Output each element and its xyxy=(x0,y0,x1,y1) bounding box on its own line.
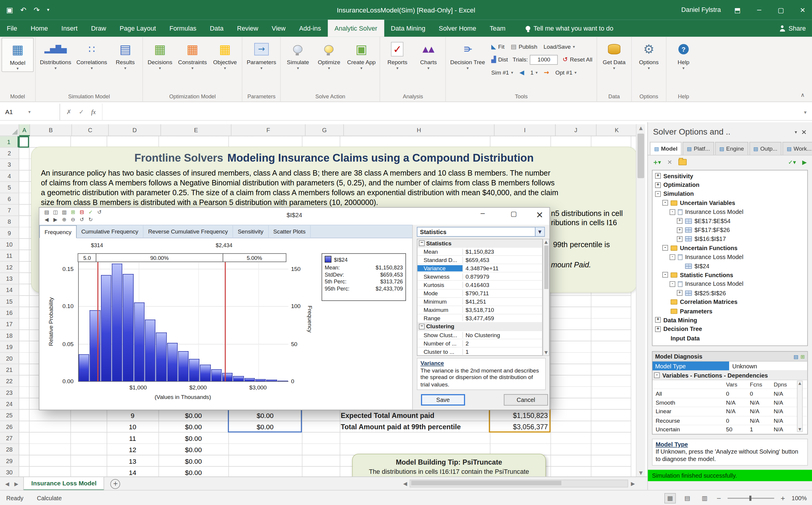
statistics-scrollbar[interactable]: ▲ ▼ xyxy=(543,239,550,356)
row-header[interactable]: 19 xyxy=(0,341,19,353)
tree-item[interactable]: Input Data xyxy=(652,334,807,342)
row-header[interactable]: 29 xyxy=(0,455,19,467)
diagnosis-scrollbar[interactable]: ▲ ▼ xyxy=(797,381,803,432)
collapse-ribbon-icon[interactable]: ∧ xyxy=(800,92,805,99)
cell-value[interactable]: 9 xyxy=(107,409,158,421)
tree-item[interactable]: Parameters xyxy=(652,307,807,316)
dialog-close-icon[interactable]: ✕ xyxy=(534,210,545,220)
expected-total-label[interactable]: Expected Total Amount paid xyxy=(341,409,490,421)
ribbon-tab[interactable]: Add-ins xyxy=(292,20,328,37)
tree-item[interactable]: $E$17:$E$54 xyxy=(652,216,807,225)
ribbon-tab[interactable]: Page Layout xyxy=(113,20,163,37)
sheet-tab-active[interactable]: Insurance Loss Model xyxy=(23,477,104,490)
dependency-row[interactable]: Uncertain 50 1 N/A xyxy=(652,425,807,434)
name-box[interactable]: A1 ▾ xyxy=(0,104,60,120)
sim-run-selector[interactable]: Sim #1▾ xyxy=(490,69,515,76)
tree-item[interactable]: Insurance Loss Model xyxy=(652,252,807,262)
cell-value[interactable]: 10 xyxy=(107,421,158,433)
page-layout-view-icon[interactable]: ▤ xyxy=(682,493,693,503)
minimize-icon[interactable]: ─ xyxy=(754,6,765,14)
optimize-button[interactable]: Optimize ▾ xyxy=(313,38,345,71)
tree-item[interactable]: Simulation xyxy=(652,189,807,198)
ribbon-tab[interactable]: Review xyxy=(230,20,265,37)
row-header[interactable]: 13 xyxy=(0,273,19,284)
dialog-maximize-icon[interactable]: ▢ xyxy=(508,210,519,217)
active-cell-a1[interactable] xyxy=(19,136,29,148)
next-sheet-icon[interactable]: ▶ xyxy=(14,481,18,487)
tree-expander-icon[interactable] xyxy=(669,281,675,287)
ribbon-tab[interactable]: View xyxy=(265,20,292,37)
cancel-button[interactable]: Cancel xyxy=(504,394,548,405)
scroll-down-icon[interactable]: ▼ xyxy=(543,350,549,355)
fit-button[interactable]: ◣Fit xyxy=(490,42,506,51)
panel-dropdown-caret-icon[interactable]: ▾ xyxy=(795,130,797,135)
statistics-row[interactable]: − Maximum $3,518,710 xyxy=(417,306,542,314)
row-header[interactable]: 11 xyxy=(0,250,19,262)
new-sheet-button[interactable]: + xyxy=(111,479,120,489)
column-header[interactable]: F xyxy=(231,124,305,136)
row-header[interactable]: 12 xyxy=(0,262,19,273)
percentile-total-label[interactable]: Total Amount paid at 99th percentile xyxy=(341,421,490,433)
chart-tab[interactable]: Frequency xyxy=(39,225,77,238)
tree-expander-icon[interactable] xyxy=(662,245,668,251)
tree-expander-icon[interactable] xyxy=(655,317,661,323)
iteration-selector[interactable]: 1▾ xyxy=(529,69,539,76)
row-header[interactable]: 7 xyxy=(0,205,19,216)
panel-tab[interactable]: ▤ Model xyxy=(650,142,681,155)
row-header[interactable]: 2 xyxy=(0,148,19,159)
dependency-row[interactable]: Smooth N/A N/A N/A xyxy=(652,398,807,407)
statistics-row[interactable]: − Mean $1,150,823 xyxy=(417,248,542,256)
cell-value[interactable]: $0.00 xyxy=(159,409,228,421)
reset-all-button[interactable]: ↺Reset All xyxy=(561,55,594,64)
formula-input[interactable] xyxy=(103,104,799,120)
statistics-row[interactable]: − Range $3,477,459 xyxy=(417,314,542,323)
tree-expander-icon[interactable] xyxy=(669,209,675,215)
results-button[interactable]: ▤ Results ▾ xyxy=(110,38,141,71)
row-header[interactable]: 30 xyxy=(0,467,19,477)
chart-tab[interactable]: Reverse Cumulative Frequency xyxy=(144,225,233,238)
distributions-button[interactable]: ▂▅█▅ Distributions ▾ xyxy=(37,38,74,71)
scroll-up-icon[interactable]: ▲ xyxy=(543,240,549,244)
tree-item[interactable]: $I$24 xyxy=(652,262,807,270)
scroll-left-icon[interactable]: ◀ xyxy=(403,481,407,486)
calculate-indicator[interactable]: Calculate xyxy=(37,495,62,501)
add-icon[interactable]: +▾ xyxy=(653,159,661,166)
formula-bar-expand-icon[interactable]: ▾ xyxy=(799,104,812,120)
tree-item[interactable]: Insurance Loss Model xyxy=(652,280,807,289)
tree-item[interactable]: Optimization xyxy=(652,180,807,189)
cell-value[interactable]: 11 xyxy=(107,433,158,444)
row-header[interactable]: 20 xyxy=(0,353,19,364)
ribbon-tab[interactable]: Data xyxy=(203,20,230,37)
chart-tab[interactable]: Scatter Plots xyxy=(268,225,311,238)
tree-item[interactable]: Data Mining xyxy=(652,316,807,324)
insert-function-icon[interactable]: fx xyxy=(91,108,95,116)
statistics-row[interactable]: − Variance 4.34879e+11 xyxy=(417,265,542,273)
simulate-button[interactable]: Simulate ▾ xyxy=(282,38,314,71)
ribbon-tab[interactable]: Analytic Solver xyxy=(328,20,384,37)
tree-item[interactable]: $F$17:$F$26 xyxy=(652,225,807,234)
constraints-button[interactable]: ▦ Constraints ▾ xyxy=(176,38,209,71)
percentile-marker-line[interactable] xyxy=(224,262,225,381)
panel-close-icon[interactable]: ✕ xyxy=(801,128,807,136)
statistics-row[interactable]: − Mode $790,711 xyxy=(417,289,542,298)
row-header[interactable]: 3 xyxy=(0,159,19,170)
tree-item[interactable]: Correlation Matrices xyxy=(652,298,807,307)
statistics-row[interactable]: − Standard D... $659,453 xyxy=(417,256,542,265)
chart-tab[interactable]: Cumulative Frequency xyxy=(77,225,144,238)
scrollbar-thumb[interactable] xyxy=(544,245,548,289)
normal-view-icon[interactable]: ▦ xyxy=(665,493,676,503)
horizontal-scrollbar[interactable]: ◀ ▶ xyxy=(403,480,635,488)
options-button[interactable]: ⚙ Options ▾ xyxy=(633,38,664,71)
row-header[interactable]: 22 xyxy=(0,375,19,387)
tab-file[interactable]: File xyxy=(0,20,24,37)
statistics-row[interactable]: − Statistics xyxy=(417,239,542,248)
column-header[interactable]: I xyxy=(494,124,556,136)
ribbon-display-options-icon[interactable]: ⬒ xyxy=(732,6,743,14)
select-all-corner[interactable] xyxy=(0,124,19,136)
scrollbar-thumb[interactable] xyxy=(411,481,562,485)
cell-value[interactable]: $0.00 xyxy=(159,455,228,467)
redo-icon[interactable]: ↷ xyxy=(34,6,39,14)
vertical-scrollbar[interactable]: ▲ ▼ xyxy=(636,124,645,477)
row-header[interactable]: 18 xyxy=(0,330,19,341)
row-header[interactable]: 26 xyxy=(0,421,19,433)
